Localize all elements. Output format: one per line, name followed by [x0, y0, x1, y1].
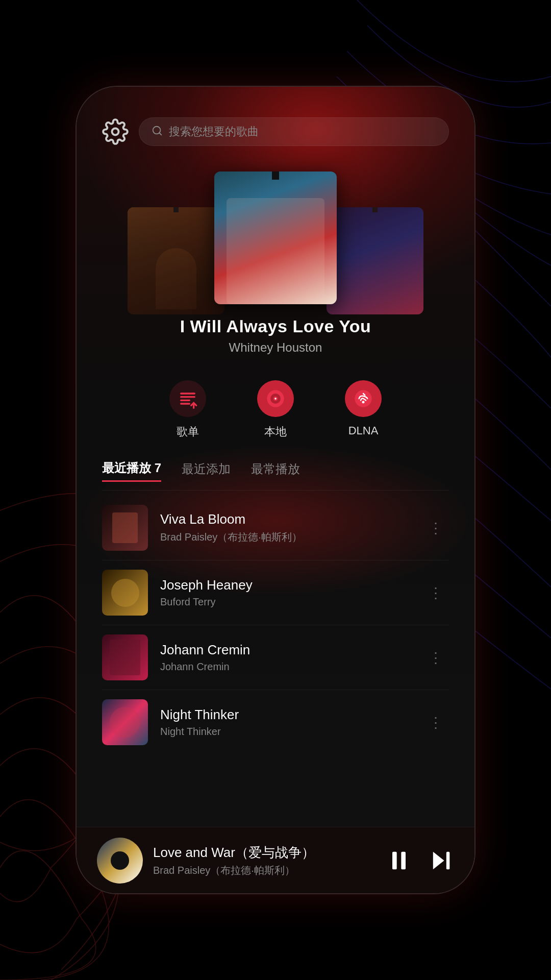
now-playing-title: Love and War（爱与战争） [153, 844, 375, 862]
carousel [77, 161, 474, 304]
song-row[interactable]: Night Thinker Night Thinker ⋮ [77, 690, 474, 754]
song-row[interactable]: Joseph Heaney Buford Terry ⋮ [77, 560, 474, 625]
song-title-1: Viva La Bloom [160, 511, 411, 527]
song-thumb-4 [102, 699, 148, 745]
svg-rect-20 [446, 851, 450, 869]
search-icon [152, 125, 163, 139]
pause-button[interactable] [386, 847, 412, 874]
svg-point-1 [112, 129, 119, 135]
svg-marker-19 [433, 851, 444, 869]
nav-playlist[interactable]: 歌单 [169, 380, 206, 439]
nav-playlist-label: 歌单 [177, 424, 199, 439]
now-playing-bar: Love and War（爱与战争） Brad Paisley（布拉德·帕斯利） [77, 827, 474, 893]
song-artist-4: Night Thinker [160, 726, 411, 738]
playback-controls [386, 847, 454, 874]
song-row[interactable]: Viva La Bloom Brad Paisley（布拉德·帕斯利） ⋮ [77, 496, 474, 560]
song-thumb-2 [102, 570, 148, 616]
now-playing-artist: Brad Paisley（布拉德·帕斯利） [153, 864, 375, 877]
song-artist-1: Brad Paisley（布拉德·帕斯利） [160, 530, 411, 544]
tab-recent[interactable]: 最近播放 7 [102, 460, 161, 482]
song-list: Viva La Bloom Brad Paisley（布拉德·帕斯利） ⋮ Jo… [77, 491, 474, 827]
now-playing-info: Love and War（爱与战争） Brad Paisley（布拉德·帕斯利） [153, 844, 375, 877]
tabs-row: 最近播放 7 最近添加 最常播放 [77, 450, 474, 482]
song-meta-4: Night Thinker Night Thinker [160, 707, 411, 738]
song-row[interactable]: Johann Cremin Johann Cremin ⋮ [77, 625, 474, 690]
svg-line-3 [159, 133, 161, 135]
search-placeholder: 搜索您想要的歌曲 [169, 124, 259, 139]
tab-frequent[interactable]: 最常播放 [251, 461, 300, 481]
song-artist: Whitney Houston [97, 340, 454, 355]
svg-point-13 [274, 398, 276, 399]
song-title-4: Night Thinker [160, 707, 411, 723]
nav-section: 歌单 本地 [77, 360, 474, 450]
song-title-2: Joseph Heaney [160, 577, 411, 593]
nav-local-label: 本地 [264, 424, 287, 439]
song-artist-2: Buford Terry [160, 596, 411, 608]
svg-rect-18 [401, 851, 406, 869]
album-card-center[interactable] [214, 172, 337, 304]
header: 搜索您想要的歌曲 [77, 87, 474, 161]
song-thumb-3 [102, 634, 148, 680]
svg-rect-17 [392, 851, 397, 869]
svg-rect-7 [272, 172, 279, 180]
playlist-icon-wrap [169, 380, 206, 417]
song-title-3: Johann Cremin [160, 642, 411, 658]
now-playing-thumb [97, 838, 143, 884]
album-card-right[interactable] [327, 207, 423, 314]
album-card-left[interactable] [128, 207, 224, 314]
song-meta-2: Joseph Heaney Buford Terry [160, 577, 411, 608]
song-artist-3: Johann Cremin [160, 661, 411, 673]
song-meta-1: Viva La Bloom Brad Paisley（布拉德·帕斯利） [160, 511, 411, 544]
nav-dlna-label: DLNA [348, 424, 379, 437]
dlna-icon-wrap [345, 380, 382, 417]
more-button-3[interactable]: ⋮ [423, 644, 449, 671]
phone-shell: 搜索您想要的歌曲 [77, 87, 474, 893]
svg-rect-9 [372, 207, 378, 212]
svg-rect-5 [173, 207, 179, 212]
tab-added[interactable]: 最近添加 [182, 461, 231, 481]
song-meta-3: Johann Cremin Johann Cremin [160, 642, 411, 673]
next-button[interactable] [428, 847, 454, 874]
vinyl-icon-wrap [257, 380, 294, 417]
nav-local[interactable]: 本地 [257, 380, 294, 439]
song-thumb-1 [102, 505, 148, 551]
more-button-4[interactable]: ⋮ [423, 709, 449, 736]
song-title: I Will Always Love You [97, 316, 454, 336]
nav-dlna[interactable]: DLNA [345, 380, 382, 439]
settings-icon[interactable] [102, 118, 129, 145]
more-button-1[interactable]: ⋮ [423, 514, 449, 542]
more-button-2[interactable]: ⋮ [423, 579, 449, 606]
svg-point-15 [362, 401, 365, 403]
search-bar[interactable]: 搜索您想要的歌曲 [139, 117, 449, 146]
